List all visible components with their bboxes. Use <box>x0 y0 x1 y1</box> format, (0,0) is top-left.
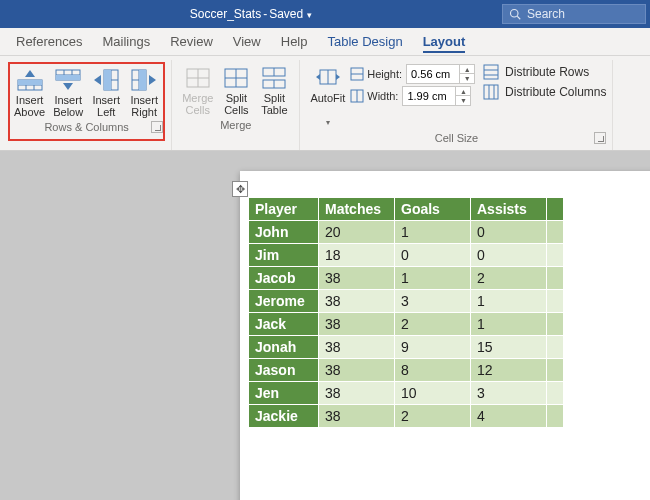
cell-matches[interactable]: 18 <box>319 244 395 267</box>
tab-mailings[interactable]: Mailings <box>92 30 160 55</box>
table-move-handle[interactable]: ✥ <box>232 181 248 197</box>
tab-view[interactable]: View <box>223 30 271 55</box>
tab-review[interactable]: Review <box>160 30 223 55</box>
cell-trailing[interactable] <box>547 290 564 313</box>
insert-left-button[interactable]: Insert Left <box>87 64 125 118</box>
header-player[interactable]: Player <box>249 198 319 221</box>
cell-assists[interactable]: 1 <box>471 313 547 336</box>
tab-layout[interactable]: Layout <box>413 30 476 55</box>
cell-matches[interactable]: 38 <box>319 267 395 290</box>
cell-matches[interactable]: 38 <box>319 405 395 428</box>
title-dropdown-icon[interactable]: ▾ <box>303 10 312 20</box>
width-input[interactable]: ▲▼ <box>402 86 471 106</box>
cell-matches[interactable]: 38 <box>319 359 395 382</box>
height-up[interactable]: ▲ <box>460 65 474 74</box>
tab-help[interactable]: Help <box>271 30 318 55</box>
tab-table-design[interactable]: Table Design <box>318 30 413 55</box>
cell-matches[interactable]: 38 <box>319 382 395 405</box>
cell-assists[interactable]: 4 <box>471 405 547 428</box>
svg-marker-37 <box>336 74 340 80</box>
svg-rect-22 <box>139 70 146 90</box>
cell-player[interactable]: John <box>249 221 319 244</box>
cell-goals[interactable]: 10 <box>395 382 471 405</box>
header-matches[interactable]: Matches <box>319 198 395 221</box>
distribute-rows-button[interactable]: Distribute Rows <box>483 64 606 80</box>
tab-references[interactable]: References <box>6 30 92 55</box>
cell-goals[interactable]: 0 <box>395 244 471 267</box>
cell-player[interactable]: Jackie <box>249 405 319 428</box>
cell-matches[interactable]: 38 <box>319 336 395 359</box>
split-cells-button[interactable]: Split Cells <box>217 62 255 116</box>
cell-size-dialog-launcher[interactable] <box>594 132 606 144</box>
save-status: Saved <box>269 7 303 21</box>
table-row[interactable]: Jim1800 <box>249 244 564 267</box>
distribute-rows-icon <box>483 64 499 80</box>
insert-right-button[interactable]: Insert Right <box>125 64 163 118</box>
cell-player[interactable]: Jack <box>249 313 319 336</box>
width-down[interactable]: ▼ <box>456 96 470 105</box>
soccer-table[interactable]: Player Matches Goals Assists John2010Jim… <box>248 197 564 428</box>
cell-trailing[interactable] <box>547 382 564 405</box>
height-label: Height: <box>367 68 402 80</box>
cell-matches[interactable]: 38 <box>319 313 395 336</box>
cell-goals[interactable]: 1 <box>395 267 471 290</box>
cell-goals[interactable]: 2 <box>395 405 471 428</box>
cell-trailing[interactable] <box>547 405 564 428</box>
cell-trailing[interactable] <box>547 313 564 336</box>
insert-above-button[interactable]: Insert Above <box>10 64 49 118</box>
table-row[interactable]: Jack3821 <box>249 313 564 336</box>
width-up[interactable]: ▲ <box>456 87 470 96</box>
cell-player[interactable]: Jerome <box>249 290 319 313</box>
insert-below-button[interactable]: Insert Below <box>49 64 87 118</box>
header-assists[interactable]: Assists <box>471 198 547 221</box>
table-row[interactable]: John2010 <box>249 221 564 244</box>
search-input[interactable]: Search <box>502 4 646 24</box>
cell-trailing[interactable] <box>547 336 564 359</box>
svg-marker-7 <box>25 70 35 77</box>
header-trailing[interactable] <box>547 198 564 221</box>
table-row[interactable]: Jerome3831 <box>249 290 564 313</box>
cell-player[interactable]: Jen <box>249 382 319 405</box>
cell-goals[interactable]: 8 <box>395 359 471 382</box>
cell-trailing[interactable] <box>547 244 564 267</box>
cell-assists[interactable]: 0 <box>471 244 547 267</box>
cell-goals[interactable]: 2 <box>395 313 471 336</box>
cell-assists[interactable]: 15 <box>471 336 547 359</box>
cell-assists[interactable]: 0 <box>471 221 547 244</box>
cell-trailing[interactable] <box>547 359 564 382</box>
height-input[interactable]: ▲▼ <box>406 64 475 84</box>
autofit-button[interactable]: AutoFit ▾ <box>306 62 349 129</box>
cell-player[interactable]: Jim <box>249 244 319 267</box>
cell-player[interactable]: Jacob <box>249 267 319 290</box>
cell-player[interactable]: Jonah <box>249 336 319 359</box>
svg-rect-42 <box>484 65 498 79</box>
cell-trailing[interactable] <box>547 267 564 290</box>
autofit-label: AutoFit <box>310 92 345 116</box>
width-value[interactable] <box>403 90 455 102</box>
table-row[interactable]: Jonah38915 <box>249 336 564 359</box>
table-row[interactable]: Jason38812 <box>249 359 564 382</box>
header-goals[interactable]: Goals <box>395 198 471 221</box>
svg-line-1 <box>517 16 520 19</box>
distribute-columns-button[interactable]: Distribute Columns <box>483 84 606 100</box>
cell-assists[interactable]: 2 <box>471 267 547 290</box>
height-down[interactable]: ▼ <box>460 74 474 83</box>
table-row[interactable]: Jackie3824 <box>249 405 564 428</box>
cell-assists[interactable]: 12 <box>471 359 547 382</box>
cell-assists[interactable]: 1 <box>471 290 547 313</box>
table-row[interactable]: Jacob3812 <box>249 267 564 290</box>
cell-trailing[interactable] <box>547 221 564 244</box>
insert-left-label: Insert Left <box>92 94 120 118</box>
cell-goals[interactable]: 3 <box>395 290 471 313</box>
cell-goals[interactable]: 9 <box>395 336 471 359</box>
split-table-button[interactable]: Split Table <box>255 62 293 116</box>
cell-matches[interactable]: 38 <box>319 290 395 313</box>
height-value[interactable] <box>407 68 459 80</box>
cell-matches[interactable]: 20 <box>319 221 395 244</box>
cell-assists[interactable]: 3 <box>471 382 547 405</box>
cell-goals[interactable]: 1 <box>395 221 471 244</box>
table-row[interactable]: Jen38103 <box>249 382 564 405</box>
cell-player[interactable]: Jason <box>249 359 319 382</box>
distribute-rows-label: Distribute Rows <box>505 65 589 79</box>
rows-columns-dialog-launcher[interactable] <box>151 121 163 133</box>
